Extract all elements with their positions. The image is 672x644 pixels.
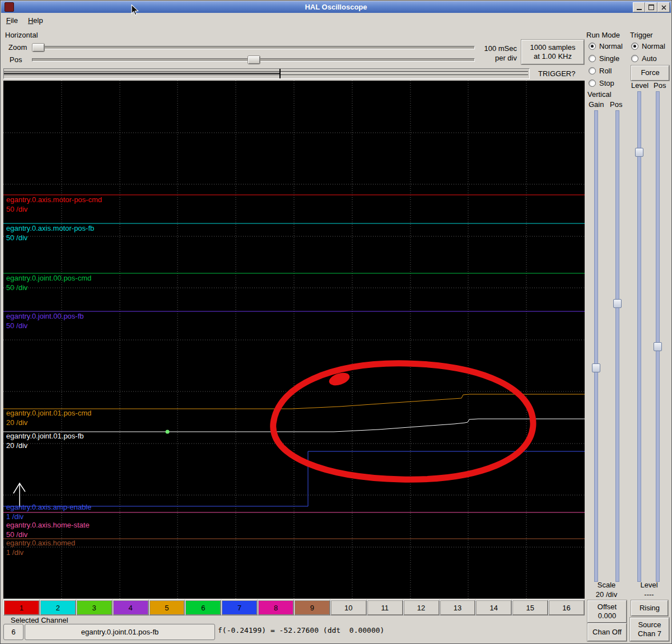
trigger-auto-label: Auto: [642, 54, 657, 63]
trigger-pos-col-label: Pos: [654, 81, 666, 90]
gain-slider-track[interactable]: [594, 110, 598, 582]
channel-button-5[interactable]: 5: [149, 600, 185, 615]
channel-button-row: 1 2 3 4 5 6 7 8 9 10 11 12 13 14 15 16: [3, 600, 585, 615]
channel-button-10[interactable]: 10: [330, 600, 367, 615]
radio-icon: [631, 55, 638, 62]
record-position-bar: [3, 68, 530, 79]
channel-button-15[interactable]: 15: [512, 600, 548, 615]
trigger-point-marker: [166, 430, 170, 434]
sample-rate-line2: per div: [478, 54, 517, 62]
runmode-single-radio[interactable]: Single: [589, 54, 619, 63]
runmode-normal-label: Normal: [599, 42, 623, 50]
trigger-source-button[interactable]: Source Chan 7: [630, 618, 669, 641]
channel-button-12[interactable]: 12: [403, 600, 440, 615]
channel-button-6[interactable]: 6: [185, 600, 221, 615]
channel-button-7[interactable]: 7: [221, 600, 258, 615]
samples-button[interactable]: 1000 samples at 1.00 KHz: [521, 40, 584, 64]
channel-button-11[interactable]: 11: [367, 600, 403, 615]
trigger-pos-slider-track[interactable]: [656, 91, 660, 582]
radio-icon: [589, 67, 596, 74]
vertical-pos-slider-track[interactable]: [615, 110, 619, 582]
channel-button-3[interactable]: 3: [76, 600, 113, 615]
force-button-label: Force: [641, 68, 659, 77]
zoom-slider-handle[interactable]: [32, 44, 44, 52]
force-button[interactable]: Force: [631, 66, 669, 81]
channel-button-16[interactable]: 16: [548, 600, 585, 615]
menu-file-accel: F: [6, 16, 11, 25]
trigger-normal-radio[interactable]: Normal: [631, 41, 665, 50]
minimize-icon: [637, 9, 642, 10]
runmode-normal-radio[interactable]: Normal: [589, 41, 623, 50]
close-button[interactable]: [657, 2, 670, 12]
runmode-roll-radio[interactable]: Roll: [589, 66, 612, 75]
rising-button[interactable]: Rising: [631, 600, 668, 616]
trigger-normal-label: Normal: [642, 42, 665, 50]
scale-value: 20 /div: [587, 590, 626, 599]
channel-button-2[interactable]: 2: [40, 600, 76, 615]
trigger-position-marker: [279, 69, 281, 78]
trace-label-8: egantry.0.axis.home-state: [6, 521, 90, 529]
selected-channel-number: 6: [3, 624, 24, 640]
offset-button[interactable]: Offset 0.000: [587, 600, 627, 623]
trigger-level-readout-value: ----: [629, 590, 669, 599]
sample-rate-line1: 100 mSec: [478, 44, 517, 53]
minimize-button[interactable]: [633, 2, 645, 12]
vpos-col-label: Pos: [610, 100, 622, 109]
selected-channel-label: Selected Channel: [11, 616, 68, 624]
gain-col-label: Gain: [589, 100, 604, 109]
trigger-pos-slider-handle[interactable]: [654, 342, 662, 351]
scope-canvas: [3, 81, 585, 599]
samples-line2: at 1.00 KHz: [534, 52, 572, 61]
menu-file[interactable]: File: [1, 14, 23, 27]
menu-bar: File Help: [1, 13, 671, 28]
channel-button-13[interactable]: 13: [440, 600, 476, 615]
hpos-slider-handle[interactable]: [248, 56, 260, 64]
horizontal-frame-label: Horizontal: [5, 31, 38, 39]
gain-slider-handle[interactable]: [592, 363, 600, 372]
channel-button-4[interactable]: 4: [113, 600, 149, 615]
vertical-pos-slider-handle[interactable]: [613, 299, 622, 308]
selected-channel-name-value: egantry.0.joint.01.pos-fb: [81, 628, 159, 636]
trace-label-6: egantry.0.joint.01.pos-fb: [6, 432, 84, 440]
window-title: HAL Oscilloscope: [305, 3, 367, 11]
chan-off-button[interactable]: Chan Off: [587, 623, 627, 641]
trigger-level-col-label: Level: [631, 81, 648, 90]
trace-label-4: egantry.0.joint.00.pos-fb: [6, 312, 84, 320]
trigger-question-label: TRIGGER?: [538, 69, 575, 78]
menu-help-accel: H: [28, 16, 33, 25]
zoom-slider-track[interactable]: [32, 46, 475, 49]
channel-button-8[interactable]: 8: [258, 600, 294, 615]
trace-scale-6: 20 /div: [6, 442, 27, 450]
channel-button-9[interactable]: 9: [294, 600, 330, 615]
channel-button-1[interactable]: 1: [3, 600, 40, 615]
trace-label-1: egantry.0.axis.motor-pos-cmd: [6, 196, 102, 204]
trace-label-9: egantry.0.axis.homed: [6, 539, 75, 547]
hpos-label: Pos: [10, 55, 22, 64]
trigger-frame-label: Trigger: [630, 31, 653, 39]
record-line-bottom: [4, 74, 528, 75]
title-bar: HAL Oscilloscope: [1, 1, 671, 13]
trace-scale-7: 1 /div: [6, 513, 24, 521]
selected-channel-name-box[interactable]: egantry.0.joint.01.pos-fb: [25, 624, 215, 640]
record-line-top: [4, 71, 528, 72]
offset-button-line2: 0.000: [598, 612, 617, 620]
trigger-level-slider-track[interactable]: [637, 91, 641, 582]
rising-button-label: Rising: [640, 604, 660, 613]
runmode-stop-label: Stop: [599, 79, 614, 87]
radio-selected-icon: [631, 43, 638, 50]
runmode-single-label: Single: [599, 54, 619, 63]
maximize-button[interactable]: [645, 2, 657, 12]
mouse-cursor: [131, 4, 139, 16]
radio-icon: [589, 55, 596, 62]
menu-help[interactable]: Help: [23, 14, 48, 27]
trace-label-5: egantry.0.joint.01.pos-cmd: [6, 409, 91, 417]
trigger-level-slider-handle[interactable]: [635, 148, 643, 157]
trace-scale-2: 50 /div: [6, 234, 27, 242]
chan-off-label: Chan Off: [592, 628, 622, 637]
trigger-auto-radio[interactable]: Auto: [631, 54, 657, 63]
app-icon[interactable]: [4, 2, 14, 12]
channel-button-14[interactable]: 14: [475, 600, 512, 615]
scope-display: egantry.0.axis.motor-pos-cmd 50 /div ega…: [3, 81, 585, 599]
trace-scale-9: 1 /div: [6, 549, 24, 557]
runmode-stop-radio[interactable]: Stop: [589, 78, 614, 87]
